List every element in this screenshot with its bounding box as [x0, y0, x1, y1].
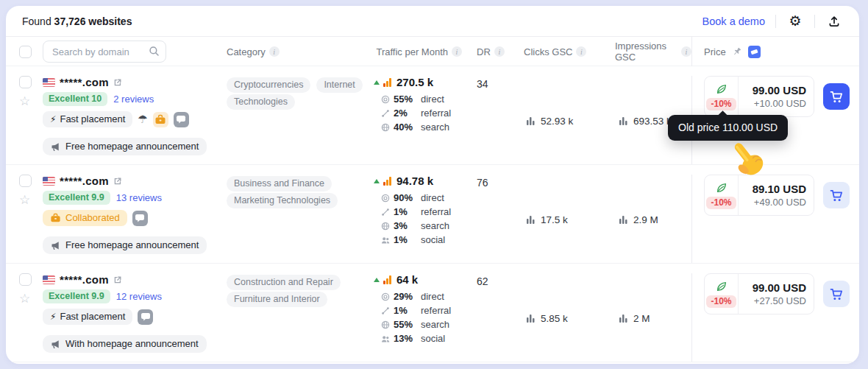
- chat-icon[interactable]: [174, 112, 189, 127]
- domain-name[interactable]: *****.com: [60, 273, 109, 286]
- reviews-link[interactable]: 2 reviews: [113, 94, 154, 105]
- reviews-link[interactable]: 13 reviews: [116, 192, 162, 203]
- discount-badge[interactable]: -10%: [706, 98, 736, 110]
- table-row: ☆ *****.com Excellent 9.9 12 reviews ⚡ F…: [6, 264, 859, 362]
- price-card[interactable]: -10% 99.00 USD +27.50 USD: [704, 273, 814, 314]
- info-icon[interactable]: i: [269, 46, 280, 57]
- category-tags: Construction and Repair Furniture and In…: [227, 273, 360, 307]
- discount-badge[interactable]: -10%: [706, 295, 736, 308]
- search-icon: [149, 46, 160, 57]
- export-button[interactable]: [825, 13, 843, 30]
- external-link-icon[interactable]: [113, 275, 122, 284]
- category-tags: Cryptocurrencies Internet Technologies: [227, 76, 360, 110]
- table-row: ☆ *****.com Excellent 9.9 13 reviews Col…: [6, 165, 859, 264]
- row-checkbox[interactable]: [19, 273, 32, 286]
- us-flag-icon: [43, 177, 55, 186]
- panel-header: Found 37,726 websites Book a demo ⚙: [6, 6, 859, 37]
- referral-icon: [381, 109, 394, 118]
- column-header-traffic: Traffic per Month i: [371, 46, 466, 57]
- social-icon: [381, 334, 394, 343]
- row-checkbox[interactable]: [19, 76, 32, 88]
- pin-icon[interactable]: [732, 46, 742, 57]
- bars-icon: [527, 216, 535, 224]
- traffic-value: 64 k: [371, 273, 466, 286]
- price-extra: +10.00 USD: [754, 98, 806, 109]
- cart-icon: [830, 288, 843, 301]
- category-tag[interactable]: Marketing Technologies: [227, 193, 338, 208]
- book-a-demo-link[interactable]: Book a demo: [702, 15, 765, 27]
- price-amount: 99.00 USD: [753, 281, 806, 294]
- category-tag[interactable]: Furniture and Interior: [227, 292, 327, 307]
- referral-icon: [381, 306, 394, 315]
- briefcase-icon[interactable]: [153, 112, 168, 127]
- chat-icon[interactable]: [132, 211, 148, 226]
- search-input[interactable]: [43, 41, 166, 63]
- info-icon[interactable]: i: [576, 46, 586, 57]
- price-card[interactable]: -10% 99.00 USD +10.00 USD: [704, 76, 814, 117]
- referral-icon: [381, 208, 394, 217]
- bolt-icon: ⚡: [50, 312, 56, 322]
- row-checkbox[interactable]: [19, 175, 32, 187]
- bar-chart-icon: [383, 177, 391, 186]
- bars-icon: [527, 117, 535, 125]
- direct-icon: [381, 194, 394, 203]
- table-header: Category i Traffic per Month i DR i Clic…: [6, 37, 859, 66]
- column-header-clicks: Clicks GSC i: [512, 46, 597, 57]
- announcement-badge: Free homepage announcement: [43, 236, 207, 254]
- info-icon[interactable]: i: [452, 46, 462, 57]
- info-icon[interactable]: i: [681, 46, 691, 57]
- social-icon: [381, 236, 394, 245]
- favorite-star-icon[interactable]: ☆: [19, 292, 30, 305]
- price-extra: +49.00 USD: [754, 197, 806, 208]
- umbrella-icon[interactable]: ☂: [138, 114, 147, 125]
- announcement-badge: Free homepage announcement: [43, 138, 207, 155]
- leaf-icon: [716, 83, 728, 95]
- leaf-icon: [716, 281, 728, 292]
- search-globe-icon: [381, 320, 394, 329]
- direct-icon: [381, 95, 394, 104]
- reviews-link[interactable]: 12 reviews: [116, 291, 162, 302]
- fast-placement-badge: ⚡ Fast placement: [43, 111, 132, 127]
- traffic-breakdown: 90%direct 1%referral 3%search 1%social: [371, 191, 466, 247]
- category-tag[interactable]: Business and Finance: [227, 176, 332, 191]
- info-icon[interactable]: i: [494, 46, 505, 57]
- chat-icon[interactable]: [138, 309, 153, 325]
- dr-value: 62: [466, 273, 512, 362]
- bars-icon: [619, 216, 627, 224]
- traffic-value: 270.5 k: [371, 76, 466, 88]
- category-tag[interactable]: Cryptocurrencies: [227, 77, 310, 93]
- us-flag-icon: [43, 78, 55, 87]
- column-header-impressions: Impressions GSC i: [597, 41, 691, 63]
- clicks-gsc: 52.93 k: [512, 76, 597, 164]
- favorite-star-icon[interactable]: ☆: [19, 194, 30, 206]
- add-to-cart-button[interactable]: [823, 281, 850, 307]
- add-to-cart-button[interactable]: [823, 83, 850, 110]
- leaf-icon: [716, 182, 728, 194]
- briefcase-icon: [50, 212, 61, 223]
- dr-value: 76: [466, 175, 512, 263]
- us-flag-icon: [43, 275, 55, 284]
- bar-chart-icon: [383, 78, 391, 87]
- external-link-icon[interactable]: [113, 78, 122, 87]
- coupon-icon[interactable]: [748, 46, 761, 58]
- category-tags: Business and Finance Marketing Technolog…: [227, 175, 360, 208]
- domain-name[interactable]: *****.com: [60, 175, 109, 187]
- cart-icon: [830, 91, 843, 103]
- category-tag[interactable]: Construction and Repair: [227, 275, 341, 290]
- price-card[interactable]: -10% 89.10 USD +49.00 USD: [704, 175, 814, 216]
- settings-button[interactable]: ⚙: [786, 13, 804, 30]
- external-link-icon[interactable]: [113, 177, 122, 186]
- dr-value: 34: [466, 76, 512, 164]
- results-count-prefix: Found: [22, 15, 51, 27]
- discount-badge[interactable]: -10%: [706, 197, 736, 209]
- bars-icon: [619, 117, 627, 125]
- old-price-tooltip: Old price 110.00 USD: [668, 115, 788, 141]
- upload-icon: [828, 15, 841, 28]
- select-all-checkbox[interactable]: [19, 46, 32, 58]
- add-to-cart-button[interactable]: [823, 182, 850, 208]
- domain-name[interactable]: *****.com: [60, 76, 109, 88]
- search-globe-icon: [381, 222, 394, 231]
- favorite-star-icon[interactable]: ☆: [19, 95, 30, 108]
- impressions-gsc: 2.9 M: [597, 175, 691, 263]
- bolt-icon: ⚡: [50, 114, 56, 124]
